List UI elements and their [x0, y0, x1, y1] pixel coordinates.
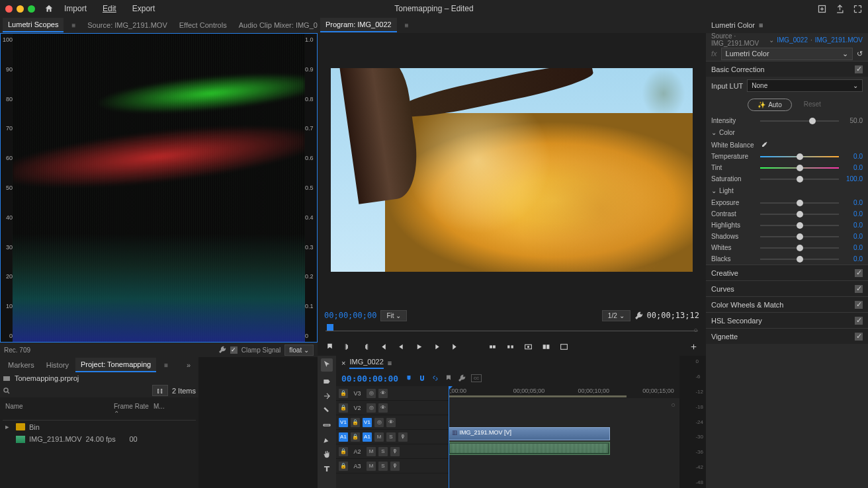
- lift-icon[interactable]: [488, 343, 497, 351]
- section-vignette[interactable]: Vignette✓: [706, 328, 868, 344]
- home-icon[interactable]: [44, 4, 54, 13]
- highlights-slider[interactable]: [760, 225, 839, 226]
- sequence-tab[interactable]: IMG_0022: [349, 358, 383, 369]
- selection-tool-icon[interactable]: [322, 360, 331, 369]
- ripple-tool-icon[interactable]: [322, 391, 331, 401]
- wrench-icon[interactable]: [458, 374, 466, 382]
- shadows-slider[interactable]: [760, 236, 839, 237]
- video-clip[interactable]: ▥ IMG_2191.MOV [V]: [449, 427, 610, 440]
- mic-icon[interactable]: 🎙: [390, 462, 400, 471]
- section-color-wheels[interactable]: Color Wheels & Match✓: [706, 296, 868, 312]
- marker-tool-icon[interactable]: [445, 374, 453, 382]
- in-point-icon[interactable]: [343, 343, 352, 351]
- section-hsl-secondary[interactable]: HSL Secondary✓: [706, 312, 868, 328]
- goto-out-icon[interactable]: [451, 343, 459, 351]
- whites-slider[interactable]: [760, 247, 839, 249]
- linked-selection-icon[interactable]: [431, 374, 439, 382]
- comparison-icon[interactable]: [542, 343, 550, 351]
- mic-icon[interactable]: 🎙: [390, 447, 400, 456]
- goto-in-icon[interactable]: [379, 343, 388, 351]
- waveform-scope[interactable]: [13, 34, 305, 342]
- timeline-ruler[interactable]: ;00:00 00;00;05;00 00;00;10;00 00;00;15;…: [449, 386, 679, 398]
- resolution-dropdown[interactable]: 1/2 ⌄: [602, 310, 630, 321]
- master-clip-link[interactable]: IMG_0022: [777, 36, 808, 44]
- col-name[interactable]: Name: [5, 403, 114, 417]
- auto-button[interactable]: ✨Auto: [748, 99, 792, 111]
- scroll-handle[interactable]: ○: [671, 401, 675, 409]
- tab-program[interactable]: Program: IMG_0022: [320, 18, 397, 32]
- slip-tool-icon[interactable]: [322, 421, 331, 430]
- eyedropper-icon[interactable]: [760, 141, 768, 149]
- target-a1[interactable]: A1: [363, 432, 372, 442]
- safe-margins-icon[interactable]: [560, 343, 568, 351]
- timeline-tracks[interactable]: ;00:00 00;00;05;00 00;00;10;00 00;00;15;…: [449, 386, 679, 488]
- clamp-signal-checkbox[interactable]: ✓: [230, 346, 238, 354]
- source-patch-v1[interactable]: V1: [339, 418, 348, 427]
- tab-lumetri-scopes[interactable]: Lumetri Scopes: [3, 18, 64, 32]
- play-icon[interactable]: [415, 343, 423, 351]
- lock-icon[interactable]: 🔒: [339, 389, 348, 398]
- fx-badge-icon[interactable]: fx: [711, 50, 717, 58]
- playhead-icon[interactable]: [327, 324, 333, 331]
- lock-icon[interactable]: 🔒: [339, 403, 348, 413]
- extract-icon[interactable]: [506, 343, 515, 351]
- razor-tool-icon[interactable]: [322, 406, 331, 415]
- type-tool-icon[interactable]: [322, 464, 331, 473]
- clip-link[interactable]: IMG_2191.MOV: [815, 36, 863, 44]
- zoom-fit-dropdown[interactable]: Fit ⌄: [380, 310, 407, 321]
- bitdepth-dropdown[interactable]: float ⌄: [284, 345, 314, 356]
- wrench-icon[interactable]: [218, 346, 226, 354]
- step-forward-icon[interactable]: [433, 343, 441, 351]
- share-icon[interactable]: [835, 4, 845, 14]
- tabs-overflow-icon[interactable]: »: [181, 358, 196, 372]
- input-lut-dropdown[interactable]: None⌄: [747, 79, 863, 92]
- tab-source[interactable]: Source: IMG_2191.MOV: [82, 19, 172, 32]
- tab-audio-mixer[interactable]: Audio Clip Mixer: IMG_0022: [234, 19, 318, 32]
- timecode-duration[interactable]: 00;00;13;12: [647, 311, 699, 320]
- section-curves[interactable]: Curves✓: [706, 280, 868, 296]
- target-v1[interactable]: V1: [363, 418, 372, 427]
- marker-icon[interactable]: [326, 343, 334, 351]
- nav-import[interactable]: Import: [59, 1, 92, 16]
- step-back-icon[interactable]: [397, 343, 406, 351]
- temperature-slider[interactable]: [760, 156, 839, 157]
- timeline-timecode[interactable]: 00:00:00:00: [341, 374, 398, 384]
- timeline-playhead[interactable]: [449, 386, 449, 488]
- intensity-slider[interactable]: [760, 120, 839, 122]
- audio-clip[interactable]: [449, 442, 610, 455]
- program-monitor[interactable]: [318, 33, 706, 307]
- quick-export-icon[interactable]: [817, 4, 827, 14]
- section-basic-correction[interactable]: Basic Correction✓: [706, 61, 868, 77]
- blacks-slider[interactable]: [760, 259, 839, 260]
- group-color[interactable]: Color: [706, 126, 868, 139]
- search-icon[interactable]: [3, 387, 11, 395]
- out-point-icon[interactable]: [361, 343, 370, 351]
- panel-menu-icon[interactable]: ≡: [388, 359, 392, 367]
- minimize-window-button[interactable]: [17, 5, 24, 13]
- snap-icon[interactable]: [405, 374, 413, 382]
- tab-markers[interactable]: Markers: [3, 358, 40, 372]
- panel-menu-icon[interactable]: ≡: [159, 359, 173, 372]
- filter-dropdown[interactable]: ⫿⫿: [152, 385, 168, 396]
- section-enable-checkbox[interactable]: ✓: [855, 65, 863, 73]
- export-frame-icon[interactable]: [524, 343, 533, 351]
- tint-slider[interactable]: [760, 167, 839, 169]
- tab-history[interactable]: History: [41, 358, 74, 372]
- panel-menu-icon[interactable]: ≡: [400, 19, 414, 32]
- audio-meter[interactable]: 0-6-12-18-24-30-36-42-48: [679, 356, 706, 488]
- reset-icon[interactable]: ↺: [857, 50, 863, 58]
- eye-icon[interactable]: 👁: [378, 389, 388, 398]
- project-clip-row[interactable]: IMG_2191.MOV 24.00 fps 00: [3, 433, 196, 445]
- project-bin-row[interactable]: ▸ Bin: [3, 421, 196, 433]
- reset-button[interactable]: Reset: [799, 99, 826, 111]
- col-mediastart[interactable]: M...: [153, 403, 193, 417]
- saturation-slider[interactable]: [760, 179, 839, 180]
- exposure-slider[interactable]: [760, 202, 839, 204]
- track-select-tool-icon[interactable]: [322, 377, 331, 386]
- magnet-icon[interactable]: [418, 374, 426, 382]
- panel-menu-icon[interactable]: ≡: [759, 21, 763, 29]
- eye-icon[interactable]: 👁: [378, 403, 388, 413]
- add-button-icon[interactable]: [689, 343, 698, 351]
- section-creative[interactable]: Creative✓: [706, 264, 868, 280]
- panel-menu-icon[interactable]: ≡: [66, 19, 81, 32]
